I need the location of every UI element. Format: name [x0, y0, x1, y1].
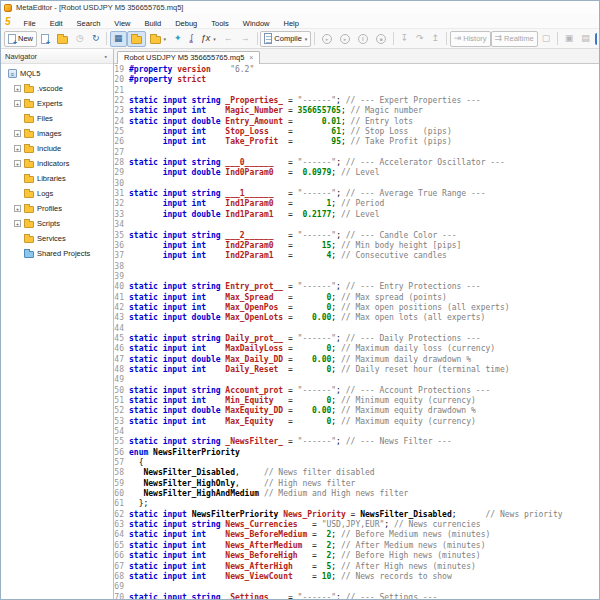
code-line: 41static input int Max_Spread = 0; // Ma…	[114, 293, 599, 303]
refresh-button[interactable]: ↻	[88, 31, 104, 47]
arrow-left-icon: ←	[224, 34, 233, 43]
expand-plus-icon[interactable]: +	[14, 85, 21, 92]
toolbar-group: Compile▾	[259, 29, 312, 48]
metaeditor-window: MetaEditor - [Robot USDJPY M5 356655765.…	[0, 0, 600, 600]
tree-item-shared-projects[interactable]: Shared Projects	[1, 246, 113, 261]
tab-close-icon[interactable]: ×	[249, 54, 253, 61]
snippets-button[interactable]: ʆ	[186, 31, 197, 47]
code-line: 47static input double Max_Daily_DD = 0.0…	[114, 355, 599, 365]
tree-item--vscode[interactable]: +.vscode	[1, 81, 113, 96]
code-line: 66static input int News_BeforeHigh = 2; …	[114, 551, 599, 561]
code-text: };	[129, 499, 599, 509]
code-text: static input NewsFilterPriority News_Pri…	[129, 510, 599, 520]
line-number: 70	[114, 593, 129, 599]
code-text: input int Ind2Param0 = 15; // Min body h…	[129, 241, 599, 251]
circle-stop-icon: ■	[376, 34, 386, 44]
code-line: 57 {	[114, 458, 599, 468]
code-line: 46static input int MaxDailyLoss = 0; // …	[114, 344, 599, 354]
line-number: 34	[114, 220, 129, 230]
line-number: 45	[114, 334, 129, 344]
tree-item-scripts[interactable]: +Scripts	[1, 216, 113, 231]
code-text: {	[129, 458, 599, 468]
expand-plus-icon[interactable]: +	[14, 160, 21, 167]
code-line: 61 };	[114, 499, 599, 509]
navigator-close-icon[interactable]: ▪	[103, 53, 109, 60]
code-text: static input int Max_Equity = 0; // Maxi…	[129, 417, 599, 427]
new-page-icon	[8, 34, 16, 44]
code-text: static input double Max_OpenLots = 0.00;…	[129, 313, 599, 323]
code-text: static input int News_BeforeMedium = 2; …	[129, 530, 599, 540]
tree-item-experts[interactable]: +Experts	[1, 96, 113, 111]
line-number: 69	[114, 582, 129, 592]
line-number: 51	[114, 396, 129, 406]
line-number: 37	[114, 251, 129, 261]
new-button[interactable]: New	[4, 31, 37, 47]
styler-button[interactable]: ✦	[170, 31, 186, 47]
open-folder-button[interactable]	[53, 31, 72, 47]
tree-item-libraries[interactable]: Libraries	[1, 171, 113, 186]
line-number: 28	[114, 158, 129, 168]
line-number: 25	[114, 127, 129, 137]
tree-item-include[interactable]: +Include	[1, 141, 113, 156]
back-button: ←	[220, 31, 237, 47]
dropdown-caret-icon: ▾	[305, 36, 308, 42]
code-editor-surface[interactable]: 19#property version "6.2"20#property str…	[114, 64, 599, 599]
tab-label: Robot USDJPY M5 356655765.mq5	[124, 53, 244, 62]
compile-button[interactable]: Compile▾	[260, 31, 311, 47]
code-line: 21	[114, 86, 599, 96]
show-files-toggle-button[interactable]	[127, 31, 146, 47]
line-number: 31	[114, 189, 129, 199]
code-line: 24static input double Entry_Amount = 0.0…	[114, 117, 599, 127]
expand-plus-icon[interactable]: +	[14, 205, 21, 212]
expand-plus-icon[interactable]: +	[14, 145, 21, 152]
search-in-files-button[interactable]: ▾	[146, 31, 171, 47]
code-text: static input int News_ViewCount = 10; //…	[129, 572, 599, 582]
tree-item-profiles[interactable]: +Profiles	[1, 201, 113, 216]
code-text: static input int News_AfterMedium = 2; /…	[129, 541, 599, 551]
code-line: 36 input int Ind2Param0 = 15; // Min bod…	[114, 241, 599, 251]
tree-item-services[interactable]: Services	[1, 231, 113, 246]
profiler-history-button-label: History	[463, 34, 486, 43]
line-number: 46	[114, 344, 129, 354]
code-line: 69	[114, 582, 599, 592]
editor-tab[interactable]: Robot USDJPY M5 356655765.mq5×	[117, 51, 260, 64]
code-line: 51static input int Min_Equity = 0; // Mi…	[114, 396, 599, 406]
line-number: 21	[114, 86, 129, 96]
line-number: 38	[114, 262, 129, 272]
expand-plus-icon[interactable]: +	[14, 220, 21, 227]
code-text	[129, 262, 599, 272]
tree-item-images[interactable]: +Images	[1, 126, 113, 141]
code-text	[129, 179, 599, 189]
expand-plus-icon[interactable]: +	[14, 130, 21, 137]
tree-item-label: Experts	[37, 99, 62, 108]
code-line: 49	[114, 375, 599, 385]
line-number: 67	[114, 562, 129, 572]
folder-icon	[24, 116, 34, 123]
code-line: 62static input NewsFilterPriority News_P…	[114, 510, 599, 520]
line-number: 50	[114, 386, 129, 396]
code-line: 44	[114, 324, 599, 334]
expander-spacer	[14, 250, 21, 257]
profiler-realtime-button-label: Realtime	[504, 34, 534, 43]
step-into-icon: ↧	[400, 34, 408, 43]
tree-root-mql5[interactable]: ≡MQL5	[1, 66, 113, 81]
insert-function-button[interactable]: ƒx▾	[197, 31, 220, 47]
toolbar-group: ⇥History⇉Realtime▢	[449, 29, 556, 48]
tree-item-label: Logs	[37, 189, 53, 198]
tree-item-indicators[interactable]: +Indicators	[1, 156, 113, 171]
tree-item-files[interactable]: Files	[1, 111, 113, 126]
code-text: input int Ind2Param1 = 4; // Consecutive…	[129, 251, 599, 261]
toolbar-separator	[557, 32, 558, 45]
window-copy-button: ▣	[561, 31, 578, 47]
code-line: 56enum NewsFilterPriority	[114, 448, 599, 458]
expand-plus-icon[interactable]: +	[14, 100, 21, 107]
code-text: static input string _Properties_ = "----…	[129, 96, 599, 106]
toolbar: New◷↻▦▾✦ʆƒx▾←→Compile▾▸▸‖■↧↷↥⇥History⇉Re…	[1, 28, 599, 49]
code-line: 27	[114, 148, 599, 158]
navigator-toggle-button[interactable]: ▦	[110, 31, 127, 47]
code-line: 35static input string ___2______ = "----…	[114, 231, 599, 241]
new-file-button[interactable]	[37, 31, 53, 47]
line-number: 58	[114, 468, 129, 478]
debug-realtime-button: ▸	[318, 31, 336, 47]
tree-item-logs[interactable]: Logs	[1, 186, 113, 201]
